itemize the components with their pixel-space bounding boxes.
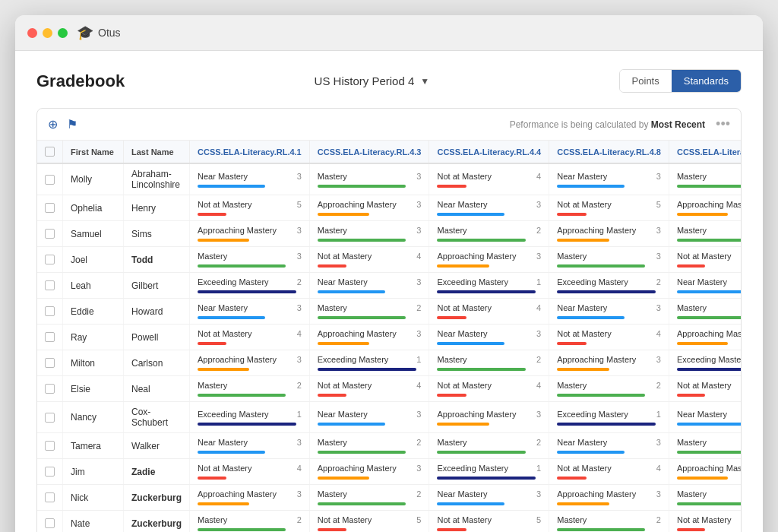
row-checkbox[interactable]: [37, 350, 63, 376]
std1-cell[interactable]: Approaching Mastery 3: [190, 485, 310, 511]
std1-header[interactable]: CCSS.ELA-Literacy.RL.4.1: [190, 141, 310, 163]
add-icon[interactable]: ⊕: [48, 117, 58, 131]
std3-header[interactable]: CCSS.ELA-Literacy.RL.4.4: [429, 141, 549, 163]
row-checkbox[interactable]: [37, 273, 63, 299]
std5-cell[interactable]: Exceeding Mastery: [669, 350, 741, 376]
std1-cell[interactable]: Mastery 2: [190, 511, 310, 533]
std4-cell[interactable]: Near Mastery 3: [549, 433, 669, 459]
std2-cell[interactable]: Approaching Mastery 3: [309, 459, 429, 485]
row-checkbox[interactable]: [37, 433, 63, 459]
std5-cell[interactable]: Mastery: [669, 163, 741, 195]
std1-cell[interactable]: Near Mastery 3: [190, 163, 310, 195]
std3-cell[interactable]: Near Mastery 3: [429, 195, 549, 221]
std5-cell[interactable]: Mastery: [669, 433, 741, 459]
std5-cell[interactable]: Not at Mastery: [669, 511, 741, 533]
row-checkbox[interactable]: [37, 402, 63, 433]
std5-cell[interactable]: Mastery: [669, 485, 741, 511]
std5-cell[interactable]: Mastery: [669, 299, 741, 325]
std4-cell[interactable]: Exceeding Mastery 1: [549, 402, 669, 433]
std2-cell[interactable]: Mastery 2: [309, 299, 429, 325]
std4-cell[interactable]: Not at Mastery 4: [549, 325, 669, 350]
row-checkbox[interactable]: [37, 376, 63, 402]
std3-cell[interactable]: Approaching Mastery 3: [429, 402, 549, 433]
std1-cell[interactable]: Mastery 2: [190, 376, 310, 402]
std1-cell[interactable]: Approaching Mastery 3: [190, 221, 310, 247]
std5-cell[interactable]: Near Mastery: [669, 273, 741, 299]
std4-cell[interactable]: Mastery 3: [549, 247, 669, 273]
std5-cell[interactable]: Not at Mastery: [669, 376, 741, 402]
close-button[interactable]: [27, 28, 37, 38]
std5-cell[interactable]: Not at Mastery: [669, 247, 741, 273]
flag-icon[interactable]: ⚑: [67, 117, 77, 131]
std3-cell[interactable]: Not at Mastery 4: [429, 376, 549, 402]
std4-cell[interactable]: Exceeding Mastery 2: [549, 273, 669, 299]
std2-cell[interactable]: Exceeding Mastery 1: [309, 350, 429, 376]
std3-cell[interactable]: Mastery 2: [429, 221, 549, 247]
std4-cell[interactable]: Mastery 2: [549, 511, 669, 533]
std4-cell[interactable]: Not at Mastery 5: [549, 195, 669, 221]
std5-cell[interactable]: Approaching Maste...: [669, 459, 741, 485]
std3-cell[interactable]: Exceeding Mastery 1: [429, 459, 549, 485]
minimize-button[interactable]: [43, 28, 52, 38]
points-button[interactable]: Points: [620, 70, 672, 92]
row-checkbox[interactable]: [37, 163, 63, 195]
row-checkbox[interactable]: [37, 299, 63, 325]
std4-cell[interactable]: Not at Mastery 4: [549, 459, 669, 485]
std4-cell[interactable]: Approaching Mastery 3: [549, 221, 669, 247]
std1-cell[interactable]: Mastery 3: [190, 247, 310, 273]
std2-cell[interactable]: Not at Mastery 4: [309, 247, 429, 273]
first-name-cell: Elsie: [63, 376, 124, 402]
std4-header[interactable]: CCSS.ELA-Literacy.RL.4.8: [549, 141, 669, 163]
std4-cell[interactable]: Near Mastery 3: [549, 163, 669, 195]
std3-cell[interactable]: Approaching Mastery 3: [429, 247, 549, 273]
std2-header[interactable]: CCSS.ELA-Literacy.RL.4.3: [309, 141, 429, 163]
std4-cell[interactable]: Approaching Mastery 3: [549, 485, 669, 511]
std2-cell[interactable]: Mastery 3: [309, 221, 429, 247]
row-checkbox[interactable]: [37, 459, 63, 485]
std2-cell[interactable]: Mastery 3: [309, 163, 429, 195]
std3-cell[interactable]: Not at Mastery 4: [429, 163, 549, 195]
row-checkbox[interactable]: [37, 247, 63, 273]
std2-cell[interactable]: Not at Mastery 5: [309, 511, 429, 533]
std1-cell[interactable]: Approaching Mastery 3: [190, 350, 310, 376]
class-selector[interactable]: US History Period 4 ▼: [315, 74, 430, 87]
row-checkbox[interactable]: [37, 511, 63, 533]
std4-cell[interactable]: Near Mastery 3: [549, 299, 669, 325]
std4-cell[interactable]: Mastery 2: [549, 376, 669, 402]
std3-cell[interactable]: Exceeding Mastery 1: [429, 273, 549, 299]
std2-cell[interactable]: Approaching Mastery 3: [309, 195, 429, 221]
std5-cell[interactable]: Approaching Maste...: [669, 195, 741, 221]
row-checkbox[interactable]: [37, 485, 63, 511]
row-checkbox[interactable]: [37, 221, 63, 247]
std4-cell[interactable]: Approaching Mastery 3: [549, 350, 669, 376]
std3-cell[interactable]: Not at Mastery 5: [429, 511, 549, 533]
std3-cell[interactable]: Mastery 2: [429, 350, 549, 376]
row-checkbox[interactable]: [37, 325, 63, 350]
std5-header[interactable]: CCSS.ELA-Literacy...: [669, 141, 741, 163]
std5-cell[interactable]: Mastery: [669, 221, 741, 247]
std3-cell[interactable]: Not at Mastery 4: [429, 299, 549, 325]
std1-cell[interactable]: Exceeding Mastery 2: [190, 273, 310, 299]
std1-cell[interactable]: Exceeding Mastery 1: [190, 402, 310, 433]
std2-cell[interactable]: Near Mastery 3: [309, 273, 429, 299]
std2-cell[interactable]: Mastery 2: [309, 433, 429, 459]
std5-cell[interactable]: Near Mastery: [669, 402, 741, 433]
std1-cell[interactable]: Not at Mastery 4: [190, 325, 310, 350]
maximize-button[interactable]: [58, 28, 68, 38]
row-checkbox[interactable]: [37, 195, 63, 221]
more-options-button[interactable]: •••: [716, 116, 730, 132]
standards-button[interactable]: Standards: [672, 70, 741, 92]
std5-cell[interactable]: Approaching Maste...: [669, 325, 741, 350]
std1-cell[interactable]: Not at Mastery 5: [190, 195, 310, 221]
std3-cell[interactable]: Near Mastery 3: [429, 485, 549, 511]
std2-cell[interactable]: Not at Mastery 4: [309, 376, 429, 402]
std3-cell[interactable]: Near Mastery 3: [429, 325, 549, 350]
std2-cell[interactable]: Mastery 2: [309, 485, 429, 511]
std3-cell[interactable]: Mastery 2: [429, 433, 549, 459]
std2-cell[interactable]: Approaching Mastery 3: [309, 325, 429, 350]
last-name-cell: Walker: [124, 433, 190, 459]
std1-cell[interactable]: Not at Mastery 4: [190, 459, 310, 485]
std1-cell[interactable]: Near Mastery 3: [190, 433, 310, 459]
std2-cell[interactable]: Near Mastery 3: [309, 402, 429, 433]
std1-cell[interactable]: Near Mastery 3: [190, 299, 310, 325]
